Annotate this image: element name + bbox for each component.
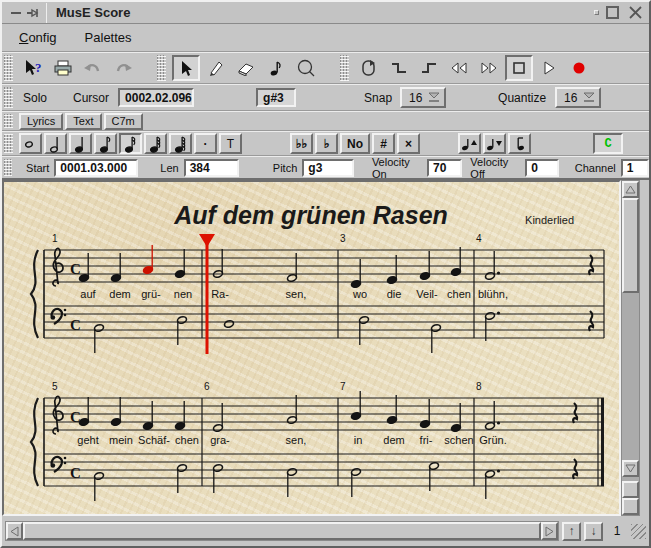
punch-out-button[interactable] [415,55,443,81]
vertical-scrollbar[interactable] [621,180,640,516]
record-button[interactable] [565,55,593,81]
punch-in-button[interactable] [385,55,413,81]
chord-button[interactable]: C7m [104,113,143,130]
main-area: Auf dem grünen RasenKinderlied1234CCaufd… [2,180,649,516]
horizontal-scrollbar[interactable] [5,521,559,541]
toolbar-grip[interactable] [4,87,13,108]
arrow-down-icon [625,464,636,473]
svg-text:3: 3 [340,233,346,244]
titlebar[interactable]: MusE Score [2,2,649,24]
print-button[interactable] [49,55,77,81]
duration-buttons [19,133,192,154]
scroll-up-button[interactable] [622,181,639,198]
scroll-left-button[interactable] [6,522,23,540]
whatsthis-button[interactable]: ? [19,55,47,81]
minimize-button[interactable] [7,5,25,21]
pitch-value[interactable]: g3 [302,159,354,177]
svg-text:8: 8 [476,381,482,392]
duration-64th-button[interactable] [169,133,192,154]
note-shift-up-button[interactable] [458,133,481,154]
start-value[interactable]: 0001.03.000 [54,159,138,177]
snap-dropdown[interactable]: 16 [400,87,446,108]
resize-grip[interactable] [631,524,646,539]
accidental-flat-button[interactable]: ♭ [315,133,338,154]
page-down-button[interactable]: ↓ [584,522,603,541]
sticky-pin-button[interactable] [25,5,43,21]
lasso-tool-button[interactable] [292,55,320,81]
pitch-field[interactable]: g#3 [256,88,296,107]
menu-palettes[interactable]: Palettes [78,27,139,48]
dot-button[interactable]: · [194,133,217,154]
close-button[interactable] [626,5,644,21]
lyrics-button[interactable]: Lyrics [19,113,63,130]
accidental-double-sharp-button[interactable]: × [397,133,420,154]
midi-indicator-button[interactable]: C [593,133,623,154]
duration-16th-button[interactable] [119,133,142,154]
cursor-position-field[interactable]: 0002.02.096 [118,88,194,107]
duration-32nd-button[interactable] [144,133,167,154]
solo-toggle[interactable]: Solo [23,91,47,105]
stepper-button-b[interactable] [622,498,639,515]
accidental-natural-off-button[interactable]: No [340,133,370,154]
page-up-button[interactable]: ↑ [562,522,581,541]
menu-config[interactable]: Config [12,27,64,48]
lasso-icon [296,59,316,77]
triplet-button[interactable]: T [219,133,242,154]
status-bar: Start 0001.03.000 Len 384 Pitch g3 Veloc… [2,156,649,180]
svg-text:Grün.: Grün. [479,434,507,446]
scroll-down-button[interactable] [622,460,639,477]
accidental-double-flat-button[interactable]: ♭♭ [290,133,313,154]
maximize-button[interactable] [606,6,619,19]
duration-whole-button[interactable] [19,133,42,154]
stem-flip-button[interactable] [508,133,531,154]
note-tool-button[interactable] [262,55,290,81]
text-button[interactable]: Text [65,113,101,130]
stepper-button-a[interactable] [622,481,639,498]
rewind-button[interactable] [445,55,473,81]
shade-button[interactable] [594,10,599,15]
quantize-label: Quantize [498,91,546,105]
vertical-scroll-track[interactable] [622,293,639,460]
toolbar-grip[interactable] [4,55,13,81]
undo-button[interactable] [79,55,107,81]
chevron-down-icon [428,92,440,103]
main-toolbar: ? [2,52,649,84]
score-canvas[interactable]: Auf dem grünen RasenKinderlied1234CCaufd… [2,180,621,516]
quantize-dropdown[interactable]: 16 [555,87,601,108]
svg-text:4: 4 [476,233,482,244]
svg-text:5: 5 [52,381,58,392]
toolbar-grip[interactable] [4,134,13,153]
svg-text:7: 7 [340,381,346,392]
duration-half-button[interactable] [44,133,67,154]
toolbar-grip[interactable] [340,55,349,81]
note-shift-down-button[interactable] [483,133,506,154]
velocity-on-value[interactable]: 70 [427,159,462,177]
svg-text:chen: chen [175,434,199,446]
forward-button[interactable] [475,55,503,81]
accidental-sharp-button[interactable]: # [372,133,395,154]
eraser-tool-button[interactable] [232,55,260,81]
half-note-icon [49,135,63,153]
arrow-up-icon: ↑ [569,524,575,538]
horizontal-scroll-thumb[interactable] [23,522,541,540]
redo-button[interactable] [109,55,137,81]
duration-quarter-button[interactable] [69,133,92,154]
loop-button[interactable] [355,55,383,81]
scroll-right-button[interactable] [541,522,558,540]
stem-flip-icon [514,136,526,151]
pencil-tool-button[interactable] [202,55,230,81]
record-icon [572,61,586,75]
play-button[interactable] [535,55,563,81]
toolbar-grip[interactable] [157,55,166,81]
vertical-scroll-thumb[interactable] [622,198,639,293]
channel-value[interactable]: 1 [621,159,649,177]
svg-text:in: in [354,434,363,446]
toolbar-grip[interactable] [4,159,12,176]
svg-text:Auf dem grünen Rasen: Auf dem grünen Rasen [173,201,448,229]
len-value[interactable]: 384 [184,159,239,177]
pointer-tool-button[interactable] [172,55,200,81]
toolbar-grip[interactable] [4,114,13,128]
stop-button[interactable] [505,55,533,81]
duration-eighth-button[interactable] [94,133,117,154]
velocity-off-value[interactable]: 0 [525,159,559,177]
